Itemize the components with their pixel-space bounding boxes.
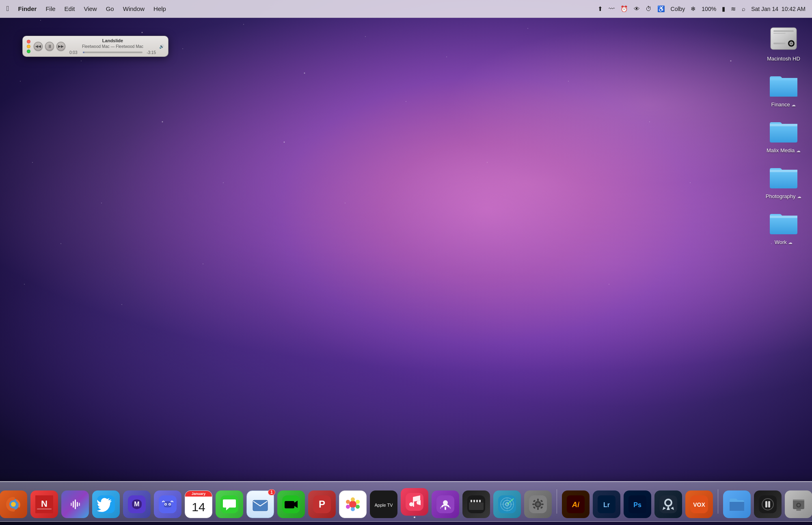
photography-folder-svg	[770, 164, 797, 188]
dock-separator-2	[718, 489, 718, 514]
twitter-icon[interactable]: 𝕏	[92, 490, 120, 518]
dock-item-photoshop[interactable]: Ps	[624, 490, 651, 518]
music-icon[interactable]	[401, 488, 428, 516]
menubar-right: ⬆ 〰 ⏰ 👁 ⏱ ♿ Colby ❄ 100% ▮ ≋ ⌕ Sat Jan 1…	[598, 5, 806, 13]
apple-menu[interactable]: 	[6, 4, 9, 13]
desktop	[0, 0, 812, 525]
dock-item-facetime[interactable]	[277, 490, 305, 518]
minimize-button[interactable]	[27, 45, 30, 48]
dock-item-mastodon[interactable]: M	[123, 490, 151, 518]
dock-item-steam[interactable]	[654, 490, 682, 518]
desktop-icon-macintosh-hd[interactable]: Macintosh HD	[763, 24, 804, 62]
close-button[interactable]	[27, 40, 30, 43]
dock-item-claquette[interactable]	[462, 490, 490, 518]
location-icon[interactable]: ⬆	[598, 5, 603, 13]
desktop-icon-photography[interactable]: Photography ☁	[763, 162, 804, 200]
dock-item-finder-files[interactable]	[723, 490, 751, 518]
svg-rect-61	[413, 502, 414, 507]
pause-button[interactable]: ⏸	[45, 42, 54, 51]
siri-icon[interactable]	[61, 490, 89, 518]
mastodon-icon[interactable]: M	[123, 490, 151, 518]
appletv-icon[interactable]: Apple TV	[370, 490, 397, 518]
dock-item-calendar[interactable]: January 14	[185, 490, 212, 518]
svg-rect-27	[37, 508, 52, 510]
dock-item-pause[interactable]	[754, 490, 782, 518]
dock-item-network[interactable]	[493, 490, 521, 518]
wifi-icon[interactable]: ≋	[731, 5, 736, 13]
desktop-icon-work[interactable]: Work ☁	[763, 208, 804, 246]
desktop-icon-finance[interactable]: Finance ☁	[763, 70, 804, 108]
dock-item-gyroflow[interactable]	[785, 490, 812, 518]
menu-file[interactable]: File	[45, 5, 55, 12]
finance-label: Finance ☁	[770, 101, 798, 108]
svg-point-51	[351, 497, 355, 501]
dock-item-illustrator[interactable]: Ai	[562, 490, 590, 518]
menu-finder[interactable]: Finder	[18, 5, 37, 12]
svg-rect-71	[476, 500, 478, 502]
datetime-label: Sat Jan 14 10:42 AM	[751, 6, 806, 12]
podcasts-icon[interactable]	[432, 490, 459, 518]
firefox-icon[interactable]	[0, 490, 27, 518]
facetime-icon[interactable]	[277, 490, 305, 518]
menu-view[interactable]: View	[84, 5, 97, 12]
lightroom-icon[interactable]: Lr	[593, 490, 620, 518]
messages-icon[interactable]	[216, 490, 243, 518]
dock-item-discord[interactable]	[154, 490, 181, 518]
dock-item-lightroom[interactable]: Lr	[593, 490, 620, 518]
calendar-icon[interactable]: January 14	[185, 490, 212, 518]
sysprefs-icon[interactable]	[524, 490, 552, 518]
illustrator-icon[interactable]: Ai	[562, 490, 590, 518]
news-icon[interactable]: N	[30, 490, 58, 518]
timer-icon[interactable]: ⏱	[646, 5, 652, 12]
wifi-wavy-icon[interactable]: 〰	[609, 5, 615, 12]
dock-item-vox[interactable]: VOX	[685, 490, 713, 518]
dock-item-pockity[interactable]: P	[308, 490, 336, 518]
menu-window[interactable]: Window	[123, 5, 145, 12]
eyetv-icon[interactable]: 👁	[634, 5, 640, 12]
photos-icon[interactable]	[339, 490, 367, 518]
menubar-left:  Finder File Edit View Go Window Help	[6, 4, 598, 13]
dock-item-photos[interactable]	[339, 490, 367, 518]
rewind-button[interactable]: ◀◀	[34, 42, 43, 51]
gyroflow-icon[interactable]	[785, 490, 812, 518]
pause-app-icon[interactable]	[754, 490, 782, 518]
dock-item-siri[interactable]	[61, 490, 89, 518]
dock-item-mail[interactable]: 1	[246, 490, 274, 518]
volume-icon[interactable]: 🔊	[159, 44, 164, 49]
dock-item-sysprefs[interactable]	[524, 490, 552, 518]
dock-item-appletv[interactable]: Apple TV	[370, 490, 397, 518]
dock-item-podcasts[interactable]	[432, 490, 459, 518]
steam-icon[interactable]	[654, 490, 682, 518]
mail-icon[interactable]: 1	[246, 490, 274, 518]
discord-icon[interactable]	[154, 490, 181, 518]
progress-bar[interactable]	[83, 52, 143, 53]
forward-button[interactable]: ▶▶	[56, 42, 65, 51]
dock-item-news[interactable]: N	[30, 490, 58, 518]
search-icon[interactable]: ⌕	[742, 5, 745, 12]
svg-point-110	[797, 504, 800, 506]
time-machine-icon[interactable]: ⏰	[620, 5, 628, 13]
svg-rect-29	[75, 499, 76, 509]
finder-files-icon[interactable]	[723, 490, 751, 518]
dock-item-messages[interactable]	[216, 490, 243, 518]
menu-go[interactable]: Go	[106, 5, 114, 12]
track-artist: Fleetwood Mac — Fleetwood Mac	[82, 44, 143, 49]
dock-item-firefox[interactable]	[0, 490, 27, 518]
svg-rect-83	[537, 508, 539, 510]
menu-help[interactable]: Help	[153, 5, 166, 12]
maximize-button[interactable]	[27, 50, 30, 53]
dock-item-twitter[interactable]: 𝕏	[92, 490, 120, 518]
username-label[interactable]: Colby	[671, 6, 685, 12]
claquette-icon[interactable]	[462, 490, 490, 518]
pockity-icon[interactable]: P	[308, 490, 336, 518]
menu-edit[interactable]: Edit	[65, 5, 75, 12]
svg-rect-11	[770, 216, 797, 218]
dock-item-music[interactable]	[401, 488, 428, 518]
network-icon[interactable]	[493, 490, 521, 518]
accessibility-icon[interactable]: ♿	[657, 5, 665, 13]
bluetooth-icon[interactable]: ❄	[691, 5, 696, 13]
photoshop-icon[interactable]: Ps	[624, 490, 651, 518]
vox-icon[interactable]: VOX	[685, 490, 713, 518]
malix-folder-svg	[770, 118, 797, 143]
desktop-icon-malix-media[interactable]: Malix Media ☁	[763, 116, 804, 154]
